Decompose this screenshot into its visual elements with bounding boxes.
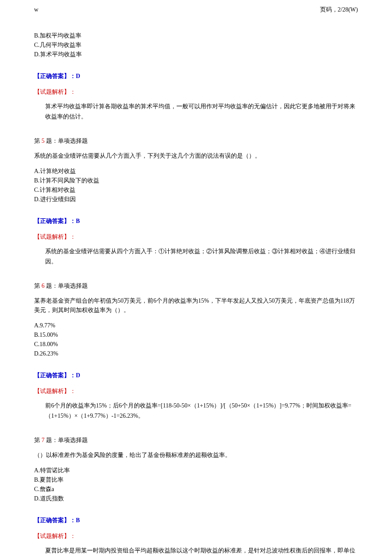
- q5-question: 系统的基金业绩评估需要从几个方面入手，下列关于这几个方面的说法有误的是（）。: [34, 151, 358, 161]
- q7-option-d: D.道氏指数: [34, 494, 358, 503]
- q6-header-prefix: 第: [34, 283, 42, 289]
- q7-number: 7: [42, 437, 45, 443]
- q4-analysis-text: 算术平均收益率即计算各期收益率的算术平均值，一般可以用作对平均收益率的无偏估计，…: [34, 101, 358, 122]
- q5-analysis-label: 【试题解析】：: [34, 232, 358, 241]
- q5-analysis-text: 系统的基金业绩评估需要从四个方面入手：①计算绝对收益；②计算风险调整后收益；③计…: [34, 246, 358, 267]
- q6-header-suffix: 题：单项选择题: [45, 283, 88, 289]
- q4-option-b: B.加权平均收益率: [34, 31, 358, 40]
- q5-option-c: C.计算相对收益: [34, 185, 358, 194]
- q5-option-a: A.计算绝对收益: [34, 167, 358, 176]
- q7-option-b: B.夏普比率: [34, 475, 358, 484]
- page-header: w 页码，2/28(W): [0, 0, 392, 14]
- q6-options: A.9.77% B.15.00% C.18.00% D.26.23%: [34, 321, 358, 358]
- q7-option-a: A.特雷诺比率: [34, 466, 358, 475]
- document-content: B.加权平均收益率 C.几何平均收益率 D.算术平均收益率 【正确答案】：D 【…: [0, 14, 392, 555]
- q5-header-suffix: 题：单项选择题: [45, 138, 88, 144]
- q5-answer-label: 【正确答案】：B: [34, 217, 358, 225]
- q7-header-suffix: 题：单项选择题: [45, 437, 88, 443]
- q7-analysis-text: 夏普比率是用某一时期内投资组合平均超额收益除以这个时期收益的标准差，是针对总波动…: [34, 546, 358, 555]
- q6-option-d: D.26.23%: [34, 349, 358, 358]
- q7-header: 第 7 题：单项选择题: [34, 436, 358, 445]
- q6-option-a: A.9.77%: [34, 321, 358, 330]
- q7-options: A.特雷诺比率 B.夏普比率 C.詹森a D.道氏指数: [34, 466, 358, 503]
- header-left: w: [34, 5, 38, 14]
- q5-header-prefix: 第: [34, 138, 42, 144]
- q6-number: 6: [42, 283, 45, 289]
- q5-header: 第 5 题：单项选择题: [34, 136, 358, 145]
- q4-option-c: C.几何平均收益率: [34, 40, 358, 49]
- q6-option-b: B.15.00%: [34, 330, 358, 339]
- q5-option-b: B.计算不同风险下的收益: [34, 176, 358, 185]
- q7-option-c: C.詹森a: [34, 485, 358, 494]
- q7-analysis-label: 【试题解析】：: [34, 532, 358, 541]
- q4-answer-label: 【正确答案】：D: [34, 72, 358, 81]
- q6-analysis-text: 前6个月的收益率为15%；后6个月的收益率=[118-50-50×（1+15%）…: [34, 401, 358, 421]
- q6-analysis-label: 【试题解析】：: [34, 387, 358, 396]
- q5-number: 5: [42, 138, 45, 144]
- q4-options: B.加权平均收益率 C.几何平均收益率 D.算术平均收益率: [34, 31, 358, 59]
- q6-question: 某养老基金资产组合的年初值为50万美元，前6个月的收益率为15%，下半年发起人又…: [34, 296, 358, 315]
- q5-option-d: D.进行业绩归因: [34, 195, 358, 204]
- q5-options: A.计算绝对收益 B.计算不同风险下的收益 C.计算相对收益 D.进行业绩归因: [34, 167, 358, 204]
- q7-question: （）以标准差作为基金风险的度量，给出了基金份额标准差的超额收益率。: [34, 451, 358, 460]
- q4-option-d: D.算术平均收益率: [34, 50, 358, 59]
- header-right: 页码，2/28(W): [320, 5, 358, 14]
- q6-answer-label: 【正确答案】：D: [34, 371, 358, 380]
- q7-answer-label: 【正确答案】：B: [34, 516, 358, 525]
- q6-option-c: C.18.00%: [34, 340, 358, 349]
- q6-header: 第 6 题：单项选择题: [34, 281, 358, 290]
- q4-analysis-label: 【试题解析】：: [34, 87, 358, 96]
- q7-header-prefix: 第: [34, 437, 42, 443]
